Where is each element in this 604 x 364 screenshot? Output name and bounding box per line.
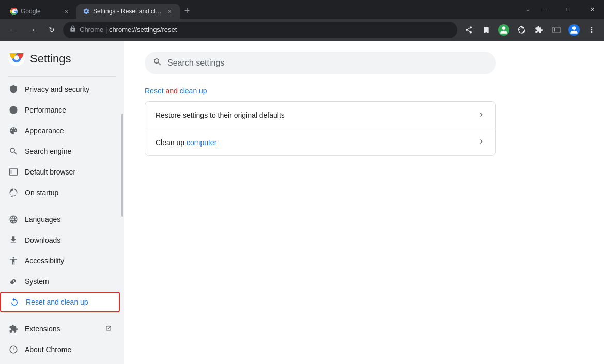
sidebar-item-label-performance: Performance [25, 106, 112, 114]
extensions-button[interactable] [531, 22, 547, 38]
toolbar-actions [460, 22, 600, 38]
address-path: chrome://settings/reset [109, 26, 177, 34]
restore-settings-item[interactable]: Restore settings to their original defau… [145, 102, 495, 129]
section-title-and: and [165, 87, 177, 95]
startup-icon [8, 187, 19, 198]
performance-icon [8, 105, 19, 115]
sidebar-item-accessibility[interactable]: Accessibility [0, 250, 120, 271]
sidebar-item-extensions[interactable]: Extensions [0, 319, 120, 339]
sidebar-gap-1 [0, 203, 124, 209]
back-button[interactable]: ← [4, 22, 21, 38]
address-host: Chrome [80, 26, 103, 34]
sidebar-item-reset[interactable]: Reset and clean up [0, 292, 120, 312]
cookies-button[interactable] [513, 22, 530, 38]
section-title: Reset and clean up [145, 87, 583, 95]
sidebar-gap-2 [0, 312, 124, 319]
profile-button[interactable] [495, 22, 512, 38]
settings-card: Restore settings to their original defau… [145, 101, 496, 156]
sidebar-item-default-browser[interactable]: Default browser [0, 162, 120, 182]
main-content: Settings Privacy and security Performanc… [0, 41, 604, 364]
about-icon [8, 344, 19, 355]
cleanup-text-part1: Clean up [156, 138, 187, 147]
maximize-icon: □ [567, 6, 570, 12]
menu-button[interactable] [583, 22, 600, 38]
bookmark-button[interactable] [478, 22, 494, 38]
sidebar-item-label-appearance: Appearance [25, 126, 112, 135]
sidebar-item-search-engine[interactable]: Search engine [0, 141, 120, 162]
sidebar-item-label-accessibility: Accessibility [25, 257, 112, 265]
tab-google[interactable]: Google ✕ [4, 4, 76, 19]
tab-strip-control[interactable]: ⌄ [523, 0, 533, 19]
appearance-icon [8, 125, 19, 136]
forward-button[interactable]: → [24, 22, 40, 38]
sidebar-item-about[interactable]: About Chrome [0, 339, 120, 360]
downloads-icon [8, 235, 19, 245]
sidebar-item-label-extensions: Extensions [25, 325, 99, 333]
chrome-logo [8, 50, 25, 68]
sidebar-item-label-system: System [25, 277, 112, 286]
new-tab-button[interactable]: + [180, 4, 194, 18]
search-bar[interactable] [145, 52, 496, 74]
sidebar-item-system[interactable]: System [0, 271, 120, 292]
sidebar-item-privacy[interactable]: Privacy and security [0, 79, 120, 100]
languages-icon [8, 214, 19, 225]
tab-settings-close[interactable]: ✕ [165, 7, 174, 15]
search-engine-icon [8, 146, 19, 156]
sidebar-item-label-reset: Reset and clean up [26, 298, 111, 306]
search-input[interactable] [167, 58, 488, 68]
section-title-part1: Reset [145, 87, 165, 95]
maximize-button[interactable]: □ [556, 0, 580, 19]
accessibility-icon [8, 256, 19, 266]
restore-settings-arrow [477, 110, 485, 120]
sidebar-item-label-downloads: Downloads [25, 236, 112, 244]
sidebar-divider [8, 76, 116, 77]
close-icon: ✕ [590, 6, 595, 13]
tab-settings-title: Settings - Reset and clean up [93, 8, 162, 15]
tab-google-close[interactable]: ✕ [62, 7, 70, 15]
toolbar: ← → ↻ Chrome | chrome://settings/reset [0, 19, 604, 41]
tabs-area: Google ✕ Settings - Reset and clean up ✕… [0, 0, 523, 19]
sidebar-item-label-languages: Languages [25, 215, 112, 224]
reset-icon [9, 297, 20, 307]
sidebar-item-label-privacy: Privacy and security [25, 85, 112, 93]
window-controls: — □ ✕ [533, 0, 604, 19]
tab-google-title: Google [21, 8, 59, 15]
cleanup-arrow [477, 137, 485, 147]
forward-icon: → [28, 26, 36, 34]
cleanup-text-link: computer [187, 138, 216, 147]
address-text: Chrome | chrome://settings/reset [80, 26, 451, 34]
sidebar-item-appearance[interactable]: Appearance [0, 120, 120, 141]
reload-button[interactable]: ↻ [43, 22, 60, 38]
minimize-button[interactable]: — [533, 0, 556, 19]
google-favicon [10, 8, 18, 15]
sidebar-item-on-startup[interactable]: On startup [0, 182, 120, 203]
sidebar-item-performance[interactable]: Performance [0, 100, 120, 120]
address-bar[interactable]: Chrome | chrome://settings/reset [63, 22, 457, 38]
close-button[interactable]: ✕ [580, 0, 604, 19]
back-icon: ← [9, 26, 16, 34]
sidebar-item-languages[interactable]: Languages [0, 209, 120, 230]
user-profile-button[interactable] [566, 22, 582, 38]
tab-settings[interactable]: Settings - Reset and clean up ✕ [76, 4, 180, 19]
sidebar-item-label-startup: On startup [25, 188, 112, 197]
address-separator: | [105, 26, 109, 34]
sidebar-item-label-search: Search engine [25, 147, 112, 155]
cleanup-text: Clean up computer [156, 138, 477, 147]
sidebar-item-downloads[interactable]: Downloads [0, 230, 120, 250]
external-link-icon [105, 325, 112, 333]
title-bar: Google ✕ Settings - Reset and clean up ✕… [0, 0, 604, 19]
security-icon [69, 25, 76, 34]
sidebar: Settings Privacy and security Performanc… [0, 41, 124, 364]
sidebar-scrollbar[interactable] [121, 41, 124, 364]
content-area: Reset and clean up Restore settings to t… [124, 41, 604, 364]
sidebar-item-label-default-browser: Default browser [25, 168, 112, 176]
system-icon [8, 276, 19, 287]
sidebar-title: Settings [30, 52, 71, 66]
section-title-part2: clean up [178, 87, 207, 95]
sidebar-toggle-button[interactable] [548, 22, 565, 38]
share-button[interactable] [460, 22, 477, 38]
search-bar-container [145, 52, 583, 74]
search-icon [153, 57, 162, 69]
sidebar-item-label-about: About Chrome [25, 345, 112, 354]
cleanup-computer-item[interactable]: Clean up computer [145, 129, 495, 155]
